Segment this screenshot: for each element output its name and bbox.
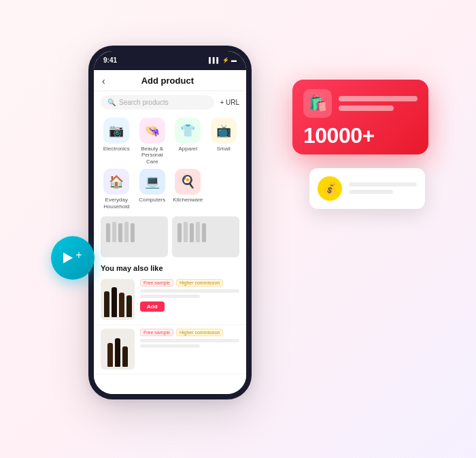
product-line-2b xyxy=(140,344,200,348)
card-top-row: 🛍️ xyxy=(303,89,418,118)
product-line-1a xyxy=(140,289,239,293)
phone-mockup: 9:41 ▌▌▌ ⚡ ▬ ‹ Add product 🔍 Search prod… xyxy=(88,46,252,399)
product-image-2 xyxy=(101,329,135,370)
category-icon-small: 📺 xyxy=(211,118,237,144)
phone-screen: ‹ Add product 🔍 Search products + URL 📷 … xyxy=(94,70,246,394)
section-title: You may also like xyxy=(94,260,246,275)
url-button[interactable]: + URL xyxy=(220,99,239,106)
category-label-household: Everyday Household xyxy=(101,197,133,210)
battery-icon: ▬ xyxy=(231,57,237,63)
product-image-1 xyxy=(101,279,135,320)
product-lines-1 xyxy=(140,289,239,298)
add-button-1[interactable]: Add xyxy=(140,301,165,312)
product-line-2a xyxy=(140,339,239,342)
product-count: 10000+ xyxy=(303,123,418,148)
tv-bubble[interactable]: + xyxy=(51,236,95,280)
dollar-card: 💰 xyxy=(309,168,425,209)
category-item-small[interactable]: 📺 Small xyxy=(208,118,240,165)
product-tags-2: Free sample Higher commission xyxy=(140,329,239,336)
status-bar: 9:41 ▌▌▌ ⚡ ▬ xyxy=(94,51,246,70)
product-tags-1: Free sample Higher commission xyxy=(140,279,239,287)
dash-line-2 xyxy=(339,105,394,111)
category-grid: 📷 Electronics 👒 Beauty & Personal Care 👕… xyxy=(94,114,246,214)
status-icons: ▌▌▌ ⚡ ▬ xyxy=(209,57,237,63)
product-info-1: Free sample Higher commission Add xyxy=(140,279,239,320)
status-time: 9:41 xyxy=(103,56,117,64)
dollar-icon: 💰 xyxy=(318,176,342,201)
dollar-line-1 xyxy=(349,182,417,186)
product-lines-2 xyxy=(140,339,239,348)
category-label-computers: Computers xyxy=(139,197,165,203)
category-icon-electronics: 📷 xyxy=(103,118,129,144)
product-card-2: Free sample Higher commission xyxy=(94,325,246,374)
dash-line-1 xyxy=(339,96,418,101)
category-item-computers[interactable]: 💻 Computers xyxy=(137,169,169,210)
category-icon-beauty: 👒 xyxy=(139,118,165,144)
screen-header: ‹ Add product xyxy=(94,70,246,91)
category-item-household[interactable]: 🏠 Everyday Household xyxy=(101,169,133,210)
product-line-1b xyxy=(140,295,200,298)
red-product-card: 🛍️ 10000+ xyxy=(292,80,428,154)
search-input-wrap[interactable]: 🔍 Search products xyxy=(101,95,214,110)
dollar-line-2 xyxy=(349,190,393,194)
signal-icon: ▌▌▌ xyxy=(209,57,220,63)
card-dash-lines xyxy=(339,96,418,111)
commission-tag-2: Higher commission xyxy=(176,329,224,336)
play-icon xyxy=(63,252,73,263)
product-thumb-2[interactable] xyxy=(172,216,239,257)
category-item-kitchenware[interactable]: 🍳 Kitchenware xyxy=(172,169,204,210)
category-icon-apparel: 👕 xyxy=(175,118,201,144)
category-item-electronics[interactable]: 📷 Electronics xyxy=(101,118,133,165)
category-label-electronics: Electronics xyxy=(103,146,130,152)
wifi-icon: ⚡ xyxy=(222,57,229,63)
category-label-beauty: Beauty & Personal Care xyxy=(137,146,169,165)
product-thumbnail-grid xyxy=(94,214,246,260)
commission-tag-1: Higher commission xyxy=(176,279,224,287)
dollar-card-lines xyxy=(349,182,417,194)
free-sample-tag-2: Free sample xyxy=(140,329,173,336)
search-icon: 🔍 xyxy=(107,99,116,106)
category-icon-kitchenware: 🍳 xyxy=(175,169,201,195)
category-label-apparel: Apparel xyxy=(178,146,197,152)
clothes-rack-image-1 xyxy=(101,216,168,248)
page-title: Add product xyxy=(111,76,224,86)
category-item-beauty[interactable]: 👒 Beauty & Personal Care xyxy=(137,118,169,165)
back-button[interactable]: ‹ xyxy=(102,76,105,86)
product-thumb-1[interactable] xyxy=(101,216,168,257)
category-label-kitchenware: Kitchenware xyxy=(173,197,203,203)
product-card-1: Free sample Higher commission Add xyxy=(94,275,246,325)
category-icon-computers: 💻 xyxy=(139,169,165,195)
tv-bubble-inner: + xyxy=(63,249,82,267)
category-label-small: Small xyxy=(217,146,231,152)
free-sample-tag-1: Free sample xyxy=(140,279,173,287)
category-icon-household: 🏠 xyxy=(103,169,129,195)
product-info-2: Free sample Higher commission xyxy=(140,329,239,370)
search-placeholder: Search products xyxy=(119,99,169,106)
plus-icon: + xyxy=(75,249,82,261)
shopping-bag-icon: 🛍️ xyxy=(303,89,332,118)
clothes-rack-image-2 xyxy=(172,216,239,248)
category-item-apparel[interactable]: 👕 Apparel xyxy=(172,118,204,165)
search-bar: 🔍 Search products + URL xyxy=(94,91,246,114)
